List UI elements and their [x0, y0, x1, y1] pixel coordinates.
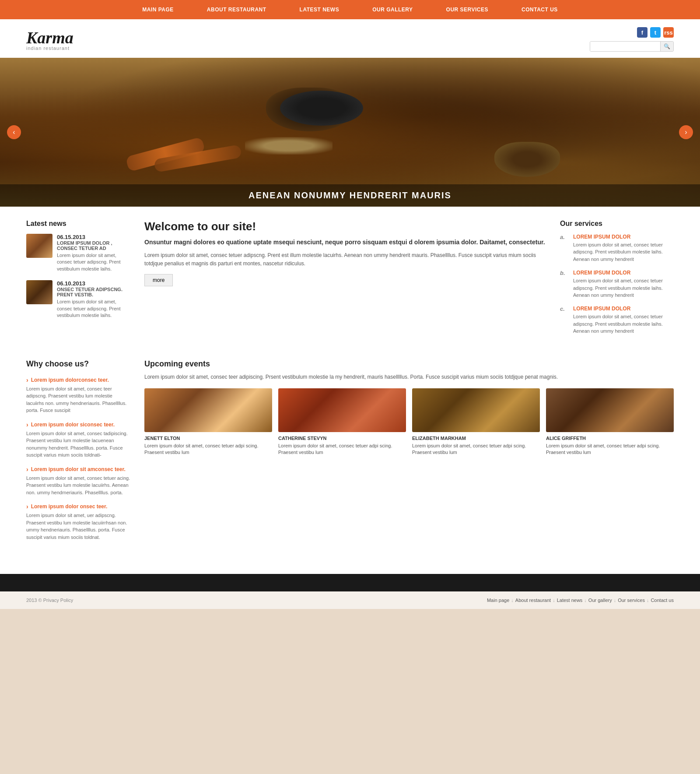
header-right: f t rss 🔍	[590, 27, 674, 52]
events-column: Upcoming events Lorem ipsum dolor sit am…	[144, 359, 674, 548]
event-text: Lorem ipsum dolor sit amet, consec tetue…	[278, 443, 406, 456]
news-text: Lorem ipsum dolor sit amet, consec tetue…	[57, 299, 131, 319]
event-name: CATHERINE STEVYN	[278, 436, 406, 441]
service-text: Lorem ipsum dolor sit amet, consec tetue…	[573, 278, 663, 298]
news-title: Latest news	[26, 220, 131, 228]
nav-contact[interactable]: CONTACT US	[505, 7, 574, 13]
service-text: Lorem ipsum dolor sit amet, consec tetue…	[573, 242, 663, 262]
why-item: Lorem ipsum dolor siconsec teer. Lorem i…	[26, 421, 131, 459]
news-info: 06.10.2013 ONSEC TETUER ADIPSCNG. PRENT …	[57, 280, 131, 319]
search-bar: 🔍	[590, 41, 674, 52]
event-image	[278, 388, 406, 432]
events-desc: Lorem ipsum dolor sit amet, consec teer …	[144, 373, 674, 381]
service-link[interactable]: LOREM IPSUM DOLOR	[573, 270, 674, 276]
nav-news[interactable]: LATEST NEWS	[283, 7, 356, 13]
event-name: ALICE GRIFFETH	[546, 436, 674, 441]
news-text: Lorem ipsum dolor sit amet, consec tetue…	[57, 252, 131, 272]
why-item-text: Lorem ipsum dolor sit amet, uer adipscng…	[26, 512, 131, 541]
event-text: Lorem ipsum dolor sit amet, consec tetue…	[546, 443, 674, 456]
why-item-text: Lorem ipsum dolor sit amet, consec tadip…	[26, 430, 131, 459]
logo: Karma indian restaurant	[26, 28, 74, 51]
news-headline: ONSEC TETUER ADIPSCNG. PRENT VESTIB.	[57, 287, 131, 297]
news-thumbnail	[26, 280, 52, 304]
event-text: Lorem ipsum dolor sit amet, consec tetue…	[412, 443, 540, 456]
service-letter: a.	[560, 234, 569, 263]
news-info: 06.15.2013 LOREM IPSUM DOLOR , CONSEC TE…	[57, 234, 131, 272]
why-item-title[interactable]: Lorem ipsum dolor onsec teer.	[26, 503, 131, 510]
event-image	[144, 388, 272, 432]
event-card: ALICE GRIFFETH Lorem ipsum dolor sit ame…	[546, 388, 674, 456]
event-name: JENETT ELTON	[144, 436, 272, 441]
event-name: ELIZABETH MARKHAM	[412, 436, 540, 441]
service-item: b. LOREM IPSUM DOLOR Lorem ipsum dolor s…	[560, 270, 674, 299]
footer-separator: ↓	[584, 598, 587, 603]
footer-separator: ↓	[511, 598, 514, 603]
service-letter: b.	[560, 270, 569, 299]
twitter-icon[interactable]: t	[650, 27, 661, 38]
footer-dark	[0, 574, 700, 591]
service-item: a. LOREM IPSUM DOLOR Lorem ipsum dolor s…	[560, 234, 674, 263]
site-header: Karma indian restaurant f t rss 🔍	[0, 19, 700, 58]
service-link[interactable]: LOREM IPSUM DOLOR	[573, 306, 674, 312]
footer-separator: ↓	[553, 598, 555, 603]
hero-prev-button[interactable]: ‹	[7, 125, 21, 139]
top-nav: MAIN PAGEABOUT RESTAURANTLATEST NEWSOUR …	[0, 0, 700, 19]
welcome-column: Welcome to our site! Onsuntur magni dolo…	[144, 220, 547, 342]
why-item: Lorem ipsum dolor onsec teer. Lorem ipsu…	[26, 503, 131, 541]
event-card: CATHERINE STEVYN Lorem ipsum dolor sit a…	[278, 388, 406, 456]
footer-link[interactable]: About restaurant	[515, 598, 551, 603]
why-item-title[interactable]: Lorem ipsum dolor siconsec teer.	[26, 421, 131, 428]
search-button[interactable]: 🔍	[660, 42, 673, 51]
service-content: LOREM IPSUM DOLOR Lorem ipsum dolor sit …	[573, 270, 674, 299]
event-card: JENETT ELTON Lorem ipsum dolor sit amet,…	[144, 388, 272, 456]
news-column: Latest news 06.15.2013 LOREM IPSUM DOLOR…	[26, 220, 131, 342]
news-headline: LOREM IPSUM DOLOR , CONSEC TETUER AD	[57, 240, 131, 251]
logo-text: Karma	[26, 28, 74, 47]
event-image	[546, 388, 674, 432]
why-item-title[interactable]: Lorem ipsum dolorconsec teer.	[26, 376, 131, 383]
hero-caption-text: AENEAN NONUMMY HENDRERIT MAURIS	[248, 190, 452, 200]
footer-separator: ↓	[614, 598, 616, 603]
welcome-body: Lorem ipsum dolor sit amet, consec tetue…	[144, 251, 547, 268]
welcome-lead: Onsuntur magni dolores eo quatione uptat…	[144, 238, 547, 247]
news-item: 06.10.2013 ONSEC TETUER ADIPSCNG. PRENT …	[26, 280, 131, 319]
nav-main[interactable]: MAIN PAGE	[126, 7, 190, 13]
footer-separator: ↓	[647, 598, 649, 603]
more-button[interactable]: more	[144, 274, 173, 286]
logo-tagline: indian restaurant	[26, 46, 74, 51]
service-item: c. LOREM IPSUM DOLOR Lorem ipsum dolor s…	[560, 306, 674, 334]
nav-gallery[interactable]: OUR GALLERY	[356, 7, 429, 13]
why-item: Lorem ipsum dolor sit amconsec teer. Lor…	[26, 466, 131, 496]
hero-caption: AENEAN NONUMMY HENDRERIT MAURIS	[0, 184, 700, 207]
rss-icon[interactable]: rss	[663, 27, 674, 38]
service-link[interactable]: LOREM IPSUM DOLOR	[573, 234, 674, 240]
events-title: Upcoming events	[144, 359, 674, 369]
hero-next-button[interactable]: ›	[679, 125, 693, 139]
social-icons: f t rss	[637, 27, 674, 38]
why-title: Why choose us?	[26, 359, 131, 369]
service-letter: c.	[560, 306, 569, 334]
why-item-text: Lorem ipsum dolor sit amet, consec tetue…	[26, 475, 131, 496]
service-text: Lorem ipsum dolor sit amet, consec tetue…	[573, 314, 663, 334]
footer-link[interactable]: Main page	[487, 598, 509, 603]
facebook-icon[interactable]: f	[637, 27, 648, 38]
event-image	[412, 388, 540, 432]
footer-link[interactable]: Our services	[618, 598, 645, 603]
why-item-title[interactable]: Lorem ipsum dolor sit amconsec teer.	[26, 466, 131, 473]
news-item: 06.15.2013 LOREM IPSUM DOLOR , CONSEC TE…	[26, 234, 131, 272]
why-column: Why choose us? Lorem ipsum dolorconsec t…	[26, 359, 131, 548]
news-date: 06.10.2013	[57, 280, 131, 287]
services-column: Our services a. LOREM IPSUM DOLOR Lorem …	[560, 220, 674, 342]
footer-copyright: 2013 © Privacy Policy	[26, 598, 73, 603]
news-date: 06.15.2013	[57, 234, 131, 240]
footer-link[interactable]: Our gallery	[588, 598, 612, 603]
footer-link[interactable]: Contact us	[651, 598, 674, 603]
search-input[interactable]	[590, 42, 660, 51]
event-card: ELIZABETH MARKHAM Lorem ipsum dolor sit …	[412, 388, 540, 456]
footer-link[interactable]: Latest news	[557, 598, 583, 603]
nav-about[interactable]: ABOUT RESTAURANT	[190, 7, 283, 13]
nav-services[interactable]: OUR SERVICES	[430, 7, 505, 13]
services-title: Our services	[560, 220, 674, 228]
event-text: Lorem ipsum dolor sit amet, consec tetue…	[144, 443, 272, 456]
main-content: Latest news 06.15.2013 LOREM IPSUM DOLOR…	[0, 207, 700, 574]
